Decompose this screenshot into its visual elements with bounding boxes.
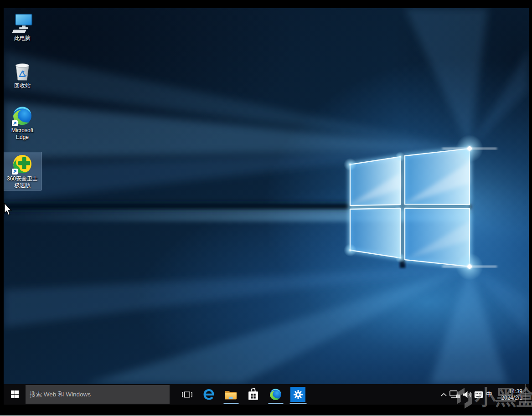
windows-logo-icon [11, 390, 19, 398]
tray-volume-button[interactable] [461, 384, 473, 405]
this-pc-icon [11, 13, 33, 34]
gear-icon [293, 390, 303, 400]
microsoft-edge-icon [11, 105, 33, 126]
desktop-icon-360-safe[interactable]: 360安全卫士极速版 [4, 152, 41, 190]
tray-ime-keyboard-button[interactable] [473, 384, 484, 405]
taskbar-app-file-explorer[interactable] [220, 384, 242, 405]
desktop-icon-this-pc[interactable]: 此电脑 [4, 12, 41, 43]
settings-tile [290, 387, 305, 402]
file-explorer-icon [225, 389, 237, 400]
task-view-button[interactable] [176, 384, 197, 405]
microsoft-store-icon [248, 388, 259, 401]
taskbar: 中 14:39 2024/2/1 [4, 384, 529, 405]
tray-chevron-up-button[interactable] [439, 384, 449, 405]
recycle-bin-icon [11, 61, 33, 82]
shortcut-arrow-icon [12, 120, 18, 126]
desktop-icon-label: 360安全卫士极速版 [5, 175, 40, 189]
network-icon [449, 390, 460, 399]
tray-network-button[interactable] [449, 384, 461, 405]
clock-time: 14:39 [494, 388, 522, 395]
tray-clock[interactable]: 14:39 2024/2/1 [494, 388, 522, 401]
taskbar-search-box[interactable] [26, 385, 170, 404]
taskbar-app-settings[interactable] [287, 384, 309, 405]
taskbar-app-microsoft-store[interactable] [242, 384, 264, 405]
system-tray: 中 14:39 2024/2/1 [439, 384, 529, 405]
360-safe-icon [11, 154, 33, 175]
screenshot-frame: 此电脑 [0, 0, 532, 416]
show-desktop-button[interactable] [526, 384, 529, 405]
microsoft-edge-icon [269, 388, 282, 401]
start-button[interactable] [4, 384, 26, 405]
desktop[interactable]: 此电脑 [4, 8, 529, 384]
search-input[interactable] [26, 385, 170, 404]
screen: 此电脑 [4, 8, 529, 405]
taskbar-app-microsoft-edge[interactable] [264, 384, 287, 405]
desktop-icon-recycle-bin[interactable]: 回收站 [4, 59, 41, 90]
volume-icon [463, 390, 472, 399]
edge-legacy-icon [203, 389, 215, 401]
shortcut-arrow-icon [12, 169, 18, 175]
desktop-icon-microsoft-edge[interactable]: Microsoft Edge [4, 104, 41, 142]
task-view-icon [182, 390, 192, 399]
desktop-icon-label: 回收站 [14, 82, 31, 89]
clock-date: 2024/2/1 [494, 395, 522, 401]
taskbar-app-edge-legacy[interactable] [197, 384, 220, 405]
desktop-icon-label: Microsoft Edge [5, 127, 40, 141]
windows-hero-wallpaper [4, 8, 529, 384]
mouse-cursor [4, 203, 13, 216]
desktop-icon-label: 此电脑 [14, 35, 31, 42]
chevron-up-icon [440, 392, 447, 397]
ime-keyboard-icon [474, 391, 483, 398]
tray-ime-indicator[interactable]: 中 [484, 384, 494, 405]
